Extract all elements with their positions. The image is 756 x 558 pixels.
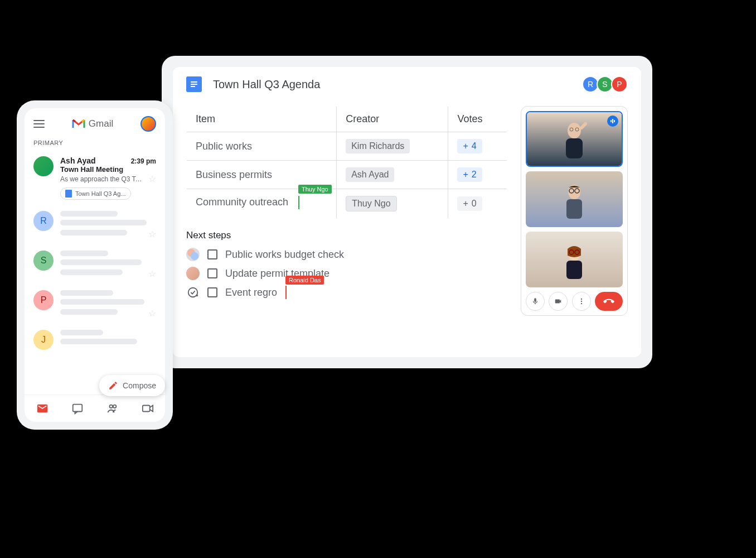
attachment-chip[interactable]: Town Hall Q3 Ag... [60,187,131,200]
star-icon[interactable]: ☆ [148,229,156,239]
skeleton [60,309,118,315]
next-steps-heading: Next steps [186,230,507,241]
hangup-button[interactable] [595,292,623,311]
doc-content[interactable]: Item Creator Votes Public works Kim Rich… [186,106,507,316]
docs-icon[interactable] [186,76,202,92]
vote-chip[interactable]: +2 [457,167,482,182]
assign-icon[interactable] [186,286,200,299]
checkbox[interactable] [207,249,217,259]
email-preview: As we approach the Q3 Town Ha... [60,175,145,183]
gmail-icon [72,119,85,129]
doc-title[interactable]: Town Hall Q3 Agenda [213,78,584,91]
cursor-label: Thuy Ngo [298,185,332,194]
sender-avatar: P [33,290,54,310]
table-row: Community outreach Thuy Ngo Thuy Ngo +0 [187,189,507,219]
skeleton [60,230,127,235]
step-label[interactable]: Public works budget check [225,249,344,261]
vote-chip[interactable]: +0 [457,196,482,211]
svg-rect-29 [142,406,149,412]
step-row: Public works budget check [186,248,507,261]
star-icon[interactable]: ☆ [148,268,156,279]
skeleton [60,259,142,265]
skeleton [60,330,103,335]
attachment-name: Town Hall Q3 Ag... [75,190,126,197]
profile-avatar[interactable] [140,116,156,132]
plus-icon: + [463,170,468,180]
checkbox[interactable] [207,287,217,297]
step-label[interactable]: Event regro [225,287,277,299]
svg-point-24 [580,301,581,302]
svg-rect-9 [566,138,583,158]
gmail-logo: Gmail [72,118,113,129]
creator-chip[interactable]: Kim Richards [346,139,410,153]
svg-point-4 [191,252,198,260]
docs-mini-icon [65,190,72,198]
sender-avatar: S [33,251,54,271]
vote-chip[interactable]: +4 [457,139,482,153]
svg-rect-2 [191,86,195,87]
svg-point-27 [109,405,113,408]
star-icon[interactable]: ☆ [148,308,156,319]
meet-tab-icon[interactable] [141,402,154,415]
meet-sidebar [521,106,628,316]
star-icon[interactable]: ☆ [148,174,156,184]
menu-icon[interactable] [33,120,45,128]
skeleton [60,220,147,225]
compose-label: Compose [123,381,156,390]
compose-button[interactable]: Compose [99,375,165,396]
gmail-header: Gmail [25,108,165,140]
sender-avatar: J [33,330,54,350]
svg-rect-13 [612,119,613,123]
skeleton [60,251,108,256]
spaces-tab-icon[interactable] [106,402,119,415]
item-cell[interactable]: Community outreach [196,196,288,208]
collaborator-list: R S P [584,76,628,93]
email-item-placeholder[interactable]: S ☆ [25,245,165,285]
email-item-placeholder[interactable]: J [25,324,165,355]
svg-rect-1 [191,84,197,85]
app-name: Gmail [89,118,113,129]
table-header-item: Item [187,107,337,132]
meet-controls [526,292,623,311]
collaborator-badge[interactable]: P [611,76,628,93]
assignee-avatar-group[interactable] [186,248,200,261]
creator-chip[interactable]: Thuy Ngo [346,196,396,211]
svg-point-25 [580,303,581,304]
step-row: Event regro Ronald Das [186,286,507,299]
assignee-avatar[interactable] [186,267,200,280]
table-row: Business permits Ash Ayad +2 [187,161,507,189]
video-tile[interactable] [526,171,623,227]
collaborator-cursor [298,196,299,209]
sender-avatar [33,156,54,176]
table-header-votes: Votes [448,107,507,132]
sender-avatar: R [33,211,54,231]
creator-chip[interactable]: Ash Ayad [346,167,394,182]
svg-rect-20 [566,261,582,279]
more-options-button[interactable] [572,292,591,311]
camera-button[interactable] [549,292,568,311]
video-tile[interactable] [526,111,623,167]
chat-tab-icon[interactable] [71,402,84,415]
svg-point-8 [568,123,581,138]
email-sender: Ash Ayad [60,156,96,165]
video-tile[interactable] [526,232,623,287]
phone-device: Gmail PRIMARY Ash Ayad 2:39 pm Town Hall… [17,100,173,430]
svg-rect-26 [72,405,82,412]
bottom-nav [25,395,165,422]
collaborator-cursor [285,286,287,299]
svg-rect-12 [610,120,612,122]
email-subject: Town Hall Meeting [60,165,156,174]
svg-rect-0 [191,81,197,83]
next-steps-section: Next steps Public works budget check Upd… [186,230,507,299]
mic-button[interactable] [526,292,545,311]
email-item-placeholder[interactable]: R ☆ [25,205,165,245]
skeleton [60,270,123,275]
laptop-device: Town Hall Q3 Agenda R S P Item Creator V… [162,56,652,368]
email-item[interactable]: Ash Ayad 2:39 pm Town Hall Meeting As we… [25,151,165,205]
email-item-placeholder[interactable]: P ☆ [25,285,165,324]
item-cell[interactable]: Public works [187,132,337,161]
checkbox[interactable] [207,268,217,278]
plus-icon: + [463,141,468,151]
mail-tab-icon[interactable] [36,402,49,415]
agenda-table[interactable]: Item Creator Votes Public works Kim Rich… [186,106,507,219]
